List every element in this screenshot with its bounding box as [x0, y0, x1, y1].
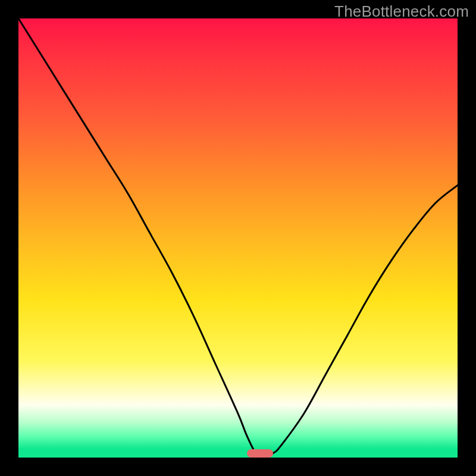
- curve-path: [18, 18, 458, 458]
- chart-frame: TheBottleneck.com: [0, 0, 476, 476]
- watermark-text: TheBottleneck.com: [334, 2, 469, 21]
- optimal-marker: [247, 449, 273, 458]
- plot-area: [18, 18, 458, 458]
- bottleneck-curve: [18, 18, 458, 458]
